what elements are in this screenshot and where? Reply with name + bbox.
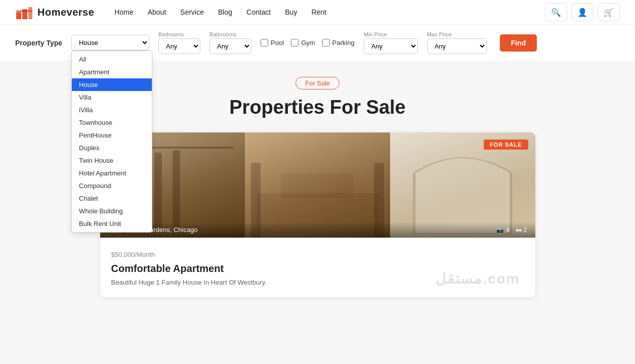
nav-actions: 🔍 👤 🛒 — [545, 3, 620, 21]
logo-icon — [15, 4, 33, 20]
nav-home[interactable]: Home — [114, 8, 133, 16]
dropdown-item-penthouse[interactable]: PentHouse — [72, 129, 152, 142]
dropdown-item-villa[interactable]: Villa — [72, 91, 152, 104]
nav-blog[interactable]: Blog — [218, 8, 232, 16]
property-type-select[interactable]: All Apartment House Villa iVilla Townhou… — [71, 35, 149, 51]
property-title: Comfortable Apartment — [111, 263, 524, 275]
pool-checkbox[interactable] — [261, 39, 268, 47]
svg-rect-11 — [281, 173, 354, 198]
search-icon: 🔍 — [551, 8, 561, 17]
find-button[interactable]: Find — [500, 34, 537, 52]
price-value: $50,000 — [111, 251, 135, 258]
parking-label: Parking — [332, 39, 355, 47]
parking-checkbox[interactable] — [322, 39, 330, 47]
property-image-wrap: FOR SALE 📍 Belmont Gardens, Chicago 📷 4 … — [100, 132, 535, 238]
navbar: Homeverse Home About Service Blog Contac… — [0, 0, 635, 24]
parking-checkbox-label[interactable]: Parking — [322, 39, 355, 47]
beds-stat: 🛏 2 — [516, 226, 527, 234]
bathrooms-wrap: Bathrooms Any12345+ — [209, 31, 251, 54]
beds-count: 2 — [524, 226, 527, 234]
nav-rent[interactable]: Rent — [311, 8, 326, 16]
filter-bar: Property Type All Apartment House Villa … — [0, 24, 635, 62]
dropdown-item-hotel-apartment[interactable]: Hotel Apartment — [72, 167, 152, 179]
camera-icon: 📷 — [496, 226, 504, 234]
dropdown-item-compound[interactable]: Compound — [72, 179, 152, 192]
svg-rect-9 — [173, 150, 180, 229]
for-sale-badge: FOR SALE — [484, 140, 528, 150]
max-price-select[interactable]: Any100,000250,000500,0001,000,000 — [427, 38, 487, 54]
min-price-label: Min Price — [364, 31, 418, 37]
user-button[interactable]: 👤 — [571, 3, 594, 21]
nav-service[interactable]: Service — [180, 8, 204, 16]
property-meta-bar: 📍 Belmont Gardens, Chicago 📷 4 🛏 2 — [100, 222, 535, 238]
bathrooms-select[interactable]: Any12345+ — [209, 38, 251, 54]
photos-stat: 📷 4 — [496, 226, 510, 234]
dropdown-item-townhouse[interactable]: Townhouse — [72, 116, 152, 129]
dropdown-item-chalet[interactable]: Chalet — [72, 192, 152, 205]
section-badge-wrap: For Sale — [100, 77, 535, 97]
gym-checkbox[interactable] — [291, 39, 299, 47]
svg-rect-8 — [154, 153, 161, 229]
nav-buy[interactable]: Buy — [285, 8, 297, 16]
nav-about[interactable]: About — [148, 8, 166, 16]
logo-text: Homeverse — [37, 7, 94, 18]
logo[interactable]: Homeverse — [15, 4, 94, 20]
cart-icon: 🛒 — [604, 8, 614, 17]
search-button[interactable]: 🔍 — [545, 3, 567, 21]
min-price-wrap: Min Price Any50,000100,000200,000500,000 — [364, 31, 418, 54]
gym-checkbox-label[interactable]: Gym — [291, 39, 315, 47]
dropdown-item-whole-building[interactable]: Whole Building — [72, 205, 152, 217]
nav-contact[interactable]: Contact — [246, 8, 271, 16]
photos-count: 4 — [506, 226, 510, 234]
min-price-select[interactable]: Any50,000100,000200,000500,000 — [364, 38, 418, 54]
pool-checkbox-label[interactable]: Pool — [261, 39, 284, 47]
bedrooms-wrap: Bedrooms Any12345+ — [158, 31, 200, 54]
dropdown-item-duplex[interactable]: Duplex — [72, 142, 152, 154]
dropdown-item-twin-house[interactable]: Twin House — [72, 154, 152, 167]
bedrooms-label: Bedrooms — [158, 31, 200, 37]
nav-links: Home About Service Blog Contact Buy Rent — [114, 8, 545, 17]
property-type-dropdown[interactable]: All Apartment House Villa iVilla Townhou… — [71, 35, 149, 51]
pool-label: Pool — [271, 39, 284, 47]
property-type-dropdown-list: All Apartment House Villa iVilla Townhou… — [71, 51, 152, 233]
max-price-wrap: Max Price Any100,000250,000500,0001,000,… — [427, 31, 487, 54]
property-type-label: Property Type — [15, 39, 62, 47]
section-header: For Sale Properties For Sale — [100, 77, 535, 118]
user-icon: 👤 — [577, 8, 587, 17]
dropdown-item-bulk-rent-unit[interactable]: Bulk Rent Unit — [72, 217, 152, 230]
dropdown-item-apartment[interactable]: Apartment — [72, 66, 152, 78]
dropdown-item-ivilla[interactable]: iVilla — [72, 104, 152, 116]
section-badge: For Sale — [295, 77, 340, 89]
price-period: /Month — [135, 251, 155, 258]
property-description: Beautiful Huge 1 Family House In Heart O… — [111, 279, 524, 286]
max-price-label: Max Price — [427, 31, 487, 37]
bathrooms-label: Bathrooms — [209, 31, 251, 37]
filter-checkboxes: Pool Gym Parking — [261, 39, 355, 47]
bedrooms-select[interactable]: Any12345+ — [158, 38, 200, 54]
dropdown-item-all[interactable]: All — [72, 53, 152, 66]
property-card[interactable]: FOR SALE 📍 Belmont Gardens, Chicago 📷 4 … — [100, 132, 535, 297]
svg-rect-2 — [28, 7, 32, 19]
cart-button[interactable]: 🛒 — [598, 3, 620, 21]
property-info: $50,000/Month Comfortable Apartment Beau… — [100, 238, 535, 297]
property-price: $50,000/Month — [111, 247, 524, 260]
section-title: Properties For Sale — [100, 97, 535, 118]
bed-icon: 🛏 — [516, 226, 522, 234]
svg-rect-0 — [16, 12, 21, 19]
gym-label: Gym — [301, 39, 315, 47]
svg-rect-3 — [16, 11, 32, 12]
property-stats: 📷 4 🛏 2 — [496, 226, 527, 234]
main-content: For Sale Properties For Sale — [90, 62, 545, 297]
dropdown-item-house[interactable]: House — [72, 78, 152, 91]
